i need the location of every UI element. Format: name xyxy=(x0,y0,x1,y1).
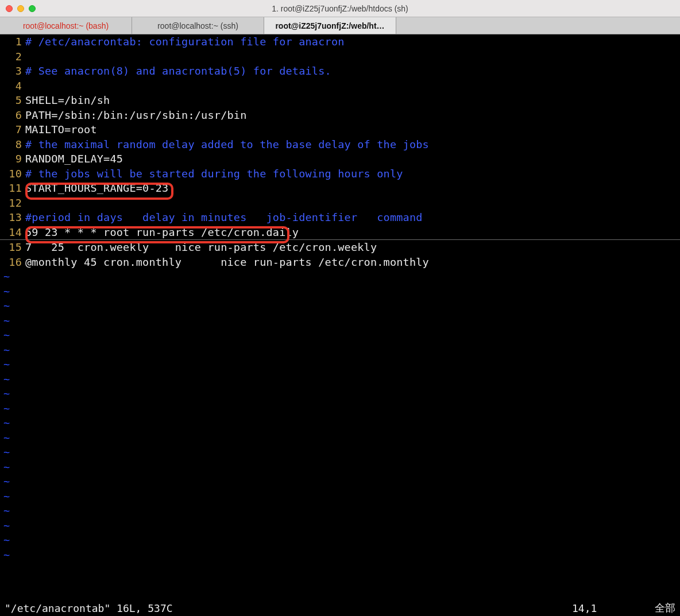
tab-2[interactable]: root@iZ25j7uonfjZ:/web/ht… xyxy=(264,17,396,34)
tilde-icon: ~ xyxy=(0,357,10,372)
line-number: 5 xyxy=(0,93,25,108)
line-number: 2 xyxy=(0,49,25,64)
code-line[interactable]: 7MAILTO=root xyxy=(0,122,680,137)
tilde-icon: ~ xyxy=(0,386,10,401)
status-cursor-pos: 14,1 xyxy=(572,602,641,614)
line-number: 9 xyxy=(0,152,25,166)
line-text xyxy=(25,196,680,211)
empty-line: ~ xyxy=(0,343,680,358)
status-file-info: "/etc/anacrontab" 16L, 537C xyxy=(5,602,572,614)
empty-line: ~ xyxy=(0,518,680,533)
code-line[interactable]: 9RANDOM_DELAY=45 xyxy=(0,152,680,166)
line-number: 12 xyxy=(0,196,25,211)
line-number: 7 xyxy=(0,122,25,137)
tilde-icon: ~ xyxy=(0,269,10,284)
empty-line: ~ xyxy=(0,313,680,328)
line-number: 14 xyxy=(0,225,25,240)
empty-line: ~ xyxy=(0,548,680,563)
code-line[interactable]: 1459 23 * * * root run-parts /etc/cron.d… xyxy=(0,225,680,241)
empty-line: ~ xyxy=(0,269,680,284)
tab-0[interactable]: root@localhost:~ (bash) xyxy=(0,17,132,34)
close-icon[interactable] xyxy=(6,5,13,12)
line-number: 3 xyxy=(0,64,25,79)
code-line[interactable]: 12 xyxy=(0,196,680,211)
status-scroll: 全部 xyxy=(641,601,675,615)
empty-line: ~ xyxy=(0,474,680,489)
code-line[interactable]: 13#period in days delay in minutes job-i… xyxy=(0,210,680,225)
window-titlebar: 1. root@iZ25j7uonfjZ:/web/htdocs (sh) xyxy=(0,0,680,17)
code-line[interactable]: 2 xyxy=(0,49,680,64)
tilde-icon: ~ xyxy=(0,518,10,533)
line-text: START_HOURS_RANGE=0-23 xyxy=(25,181,680,196)
line-number: 15 xyxy=(0,240,25,255)
line-text xyxy=(25,49,680,64)
tilde-icon: ~ xyxy=(0,299,10,313)
line-text: PATH=/sbin:/bin:/usr/sbin:/usr/bin xyxy=(25,108,680,123)
line-text xyxy=(25,79,680,94)
tilde-icon: ~ xyxy=(0,416,10,431)
line-number: 13 xyxy=(0,210,25,225)
maximize-icon[interactable] xyxy=(29,5,36,12)
tilde-icon: ~ xyxy=(0,372,10,387)
line-text: MAILTO=root xyxy=(25,122,680,137)
minimize-icon[interactable] xyxy=(17,5,24,12)
code-line[interactable]: 157 25 cron.weekly nice run-parts /etc/c… xyxy=(0,240,680,255)
tab-label: root@localhost:~ (ssh) xyxy=(157,21,238,30)
line-text: 7 25 cron.weekly nice run-parts /etc/cro… xyxy=(25,240,680,255)
code-line[interactable]: 1# /etc/anacrontab: configuration file f… xyxy=(0,34,680,49)
tilde-icon: ~ xyxy=(0,503,10,518)
line-text: RANDOM_DELAY=45 xyxy=(25,152,680,166)
line-number: 1 xyxy=(0,34,25,49)
line-text: # the jobs will be started during the fo… xyxy=(25,166,680,181)
tab-label: root@iZ25j7uonfjZ:/web/ht… xyxy=(275,21,384,30)
empty-line: ~ xyxy=(0,503,680,518)
line-number: 4 xyxy=(0,79,25,94)
empty-line: ~ xyxy=(0,328,680,343)
vim-status-bar: "/etc/anacrontab" 16L, 537C 14,1 全部 xyxy=(0,600,680,616)
empty-line: ~ xyxy=(0,386,680,401)
line-text: # the maximal random delay added to the … xyxy=(25,137,680,152)
code-line[interactable]: 6PATH=/sbin:/bin:/usr/sbin:/usr/bin xyxy=(0,108,680,123)
empty-line: ~ xyxy=(0,533,680,548)
empty-line: ~ xyxy=(0,357,680,372)
code-line[interactable]: 11START_HOURS_RANGE=0-23 xyxy=(0,181,680,196)
tab-label: root@localhost:~ (bash) xyxy=(23,21,109,30)
tilde-icon: ~ xyxy=(0,533,10,548)
tab-bar: root@localhost:~ (bash)root@localhost:~ … xyxy=(0,17,680,34)
code-line[interactable]: 16@monthly 45 cron.monthly nice run-part… xyxy=(0,255,680,270)
line-text: SHELL=/bin/sh xyxy=(25,93,680,108)
tilde-icon: ~ xyxy=(0,460,10,475)
editor-area[interactable]: 1# /etc/anacrontab: configuration file f… xyxy=(0,34,680,600)
code-line[interactable]: 10# the jobs will be started during the … xyxy=(0,166,680,181)
line-number: 11 xyxy=(0,181,25,196)
line-number: 6 xyxy=(0,108,25,123)
code-line[interactable]: 5SHELL=/bin/sh xyxy=(0,93,680,108)
empty-line: ~ xyxy=(0,401,680,416)
tilde-icon: ~ xyxy=(0,343,10,358)
tilde-icon: ~ xyxy=(0,489,10,504)
tab-1[interactable]: root@localhost:~ (ssh) xyxy=(132,17,264,34)
tilde-icon: ~ xyxy=(0,445,10,460)
line-number: 16 xyxy=(0,255,25,270)
traffic-lights xyxy=(6,5,36,12)
line-number: 10 xyxy=(0,166,25,181)
empty-line: ~ xyxy=(0,489,680,504)
empty-line: ~ xyxy=(0,299,680,313)
code-line[interactable]: 4 xyxy=(0,79,680,94)
tilde-icon: ~ xyxy=(0,431,10,445)
empty-line: ~ xyxy=(0,372,680,387)
line-text: #period in days delay in minutes job-ide… xyxy=(25,210,680,225)
empty-line: ~ xyxy=(0,431,680,445)
tilde-icon: ~ xyxy=(0,474,10,489)
window-title: 1. root@iZ25j7uonfjZ:/web/htdocs (sh) xyxy=(272,4,408,13)
code-line[interactable]: 3# See anacron(8) and anacrontab(5) for … xyxy=(0,64,680,79)
empty-line: ~ xyxy=(0,460,680,475)
tilde-icon: ~ xyxy=(0,401,10,416)
tilde-icon: ~ xyxy=(0,284,10,299)
line-number: 8 xyxy=(0,137,25,152)
empty-line: ~ xyxy=(0,445,680,460)
line-text: # /etc/anacrontab: configuration file fo… xyxy=(25,34,680,49)
line-text: @monthly 45 cron.monthly nice run-parts … xyxy=(25,255,680,270)
line-text: # See anacron(8) and anacrontab(5) for d… xyxy=(25,64,680,79)
code-line[interactable]: 8# the maximal random delay added to the… xyxy=(0,137,680,152)
